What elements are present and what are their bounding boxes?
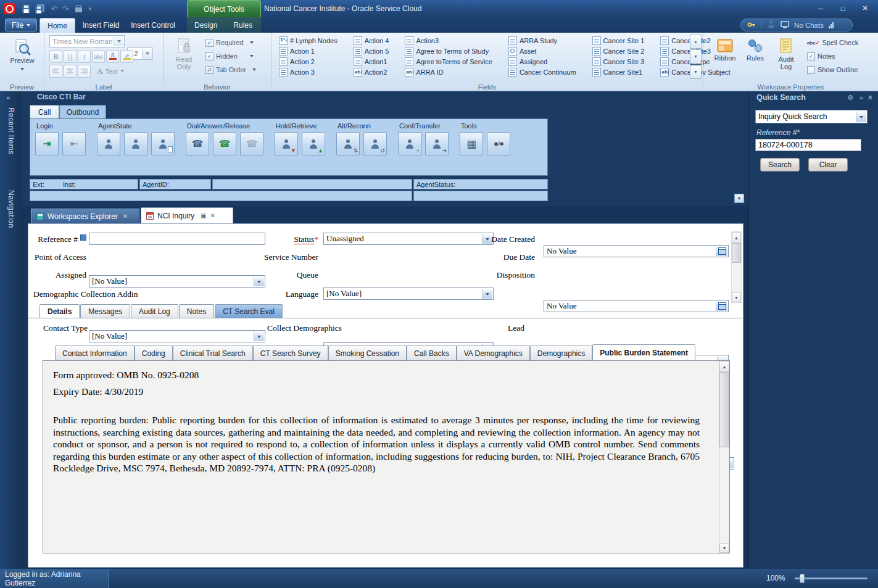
date-created-field[interactable]: No Value: [544, 245, 729, 257]
strikethrough-button[interactable]: abc: [92, 50, 105, 63]
field-item[interactable]: Asset: [506, 46, 579, 56]
field-item[interactable]: Assigned: [506, 56, 579, 67]
tab-smoking-cessation[interactable]: Smoking Cessation: [328, 346, 407, 360]
cti-scroll-down-button[interactable]: ▼: [734, 194, 744, 203]
reconnect-icon[interactable]: ↺: [363, 132, 387, 155]
bold-button[interactable]: B: [49, 50, 62, 63]
tab-audit-log[interactable]: Audit Log: [131, 304, 178, 318]
field-item[interactable]: Cancer Continuum: [506, 67, 579, 77]
fields-scroll-up-button[interactable]: ▲: [690, 35, 702, 49]
tab-ct-search-survey[interactable]: CT Search Survey: [253, 346, 328, 360]
cti-tab-call[interactable]: Call: [30, 105, 59, 118]
zoom-slider-thumb[interactable]: [800, 574, 805, 583]
tab-clinical-trial-search[interactable]: Clinical Trial Search: [173, 346, 253, 360]
tab-design[interactable]: Design: [187, 17, 225, 33]
agent-ready-icon[interactable]: [97, 132, 120, 155]
field-item[interactable]: Action 2: [276, 56, 340, 67]
tab-insert-control[interactable]: Insert Control: [123, 17, 183, 33]
agent-icon[interactable]: [766, 20, 776, 30]
redo-icon[interactable]: ↷: [59, 2, 72, 15]
tab-nci-inquiry[interactable]: NCI Inquiry ▣ ✕: [141, 207, 233, 223]
scroll-thumb[interactable]: [732, 243, 741, 263]
highlight-color-button[interactable]: [120, 50, 133, 63]
zoom-slider-track[interactable]: [795, 578, 868, 579]
reference-number-input[interactable]: [755, 139, 861, 151]
align-right-icon[interactable]: [78, 65, 91, 78]
assigned-combo[interactable]: [No Value]: [89, 330, 265, 342]
tab-rules[interactable]: Rules: [225, 17, 261, 33]
close-panel-icon[interactable]: ✕: [868, 94, 873, 102]
release-icon[interactable]: ☎: [240, 132, 263, 155]
login-icon[interactable]: ⇥: [35, 132, 59, 155]
scroll-up-button[interactable]: ▲: [719, 361, 729, 372]
align-left-icon[interactable]: [49, 65, 62, 78]
align-center-icon[interactable]: [64, 65, 77, 78]
field-item[interactable]: Action 4: [351, 35, 392, 46]
field-item[interactable]: Action 1: [276, 46, 340, 56]
agent-work-icon[interactable]: [151, 132, 175, 155]
field-item[interactable]: Action3: [402, 35, 495, 46]
dial-icon[interactable]: ☎: [186, 132, 209, 155]
tab-ct-search-eval[interactable]: CT Search Eval: [215, 304, 283, 318]
search-button[interactable]: Search: [760, 158, 800, 172]
rail-expand-icon[interactable]: »: [6, 94, 10, 101]
calendar-icon[interactable]: [716, 301, 727, 311]
answer-icon[interactable]: ☎: [213, 132, 236, 155]
field-item[interactable]: Action 3: [276, 67, 340, 77]
retrieve-icon[interactable]: ▲: [302, 132, 325, 155]
hold-icon[interactable]: ▼: [275, 132, 298, 155]
field-item[interactable]: ARRA Study: [506, 35, 579, 46]
field-item[interactable]: Cancer Site 1: [590, 35, 647, 46]
minimize-button[interactable]: ─: [812, 2, 829, 14]
save-icon[interactable]: [20, 2, 32, 15]
notes-control[interactable]: ✓ Notes: [807, 51, 835, 62]
navigation-panel-tab[interactable]: Navigation: [7, 190, 15, 228]
audit-log-button[interactable]: Audit Log: [771, 35, 801, 80]
scroll-up-button[interactable]: ▲: [732, 232, 741, 243]
field-item[interactable]: # Lymph Nodes: [276, 35, 340, 46]
preview-button[interactable]: Preview: [5, 35, 39, 80]
keypad-icon[interactable]: ▦: [460, 132, 483, 155]
alternate-icon[interactable]: ⇅: [336, 132, 360, 155]
read-only-button[interactable]: Read Only: [170, 35, 198, 80]
tab-home[interactable]: Home: [39, 18, 75, 33]
tab-public-burden-statement[interactable]: Public Burden Statement: [592, 344, 695, 360]
hidden-control[interactable]: ✓ Hidden: [205, 51, 254, 62]
tab-contact-information[interactable]: Contact Information: [55, 346, 135, 360]
clear-button[interactable]: Clear: [808, 158, 848, 172]
calendar-icon[interactable]: [716, 246, 727, 256]
rules-button[interactable]: Rules: [742, 35, 769, 80]
close-button[interactable]: ✕: [856, 2, 874, 14]
field-item[interactable]: Agree to Terms of Study: [402, 46, 495, 56]
field-item[interactable]: Action 5: [351, 46, 392, 56]
font-color-button[interactable]: A: [106, 50, 119, 63]
close-tab-icon[interactable]: ✕: [123, 213, 128, 220]
ribbon-properties-button[interactable]: Ribbon: [711, 35, 739, 80]
field-item[interactable]: Cancer Site 3: [590, 56, 647, 67]
conference-icon[interactable]: +: [398, 132, 421, 155]
export-tools-icon[interactable]: [73, 2, 85, 15]
field-item[interactable]: Action1: [351, 56, 392, 67]
content-scrollbar[interactable]: ▲ ▼: [719, 361, 729, 553]
form-scrollbar[interactable]: ▲ ▼: [731, 231, 742, 303]
field-item[interactable]: ARRA ID: [402, 67, 495, 77]
key-icon[interactable]: [747, 21, 756, 30]
service-number-combo[interactable]: [No Value]: [323, 288, 494, 300]
expand-panel-icon[interactable]: »: [859, 94, 863, 101]
scroll-down-button[interactable]: ▼: [719, 543, 729, 553]
field-item[interactable]: Action2: [351, 67, 392, 77]
transfer-icon[interactable]: ➜: [425, 132, 449, 155]
show-outline-control[interactable]: Show Outline: [807, 64, 858, 75]
tab-messages[interactable]: Messages: [80, 304, 130, 318]
cti-tab-outbound[interactable]: Outbound: [59, 105, 106, 118]
tab-call-backs[interactable]: Call Backs: [407, 346, 457, 360]
record-icon[interactable]: ◉/■: [487, 132, 510, 155]
monitor-icon[interactable]: [781, 21, 789, 30]
status-combo[interactable]: Unassigned: [323, 233, 494, 245]
tab-demographics[interactable]: Demographics: [530, 346, 592, 360]
float-tab-icon[interactable]: ▣: [201, 212, 206, 219]
scroll-down-button[interactable]: ▼: [732, 292, 741, 302]
agent-not-ready-icon[interactable]: [124, 132, 147, 155]
scroll-thumb[interactable]: [719, 372, 729, 447]
reference-number-field[interactable]: [89, 233, 265, 245]
